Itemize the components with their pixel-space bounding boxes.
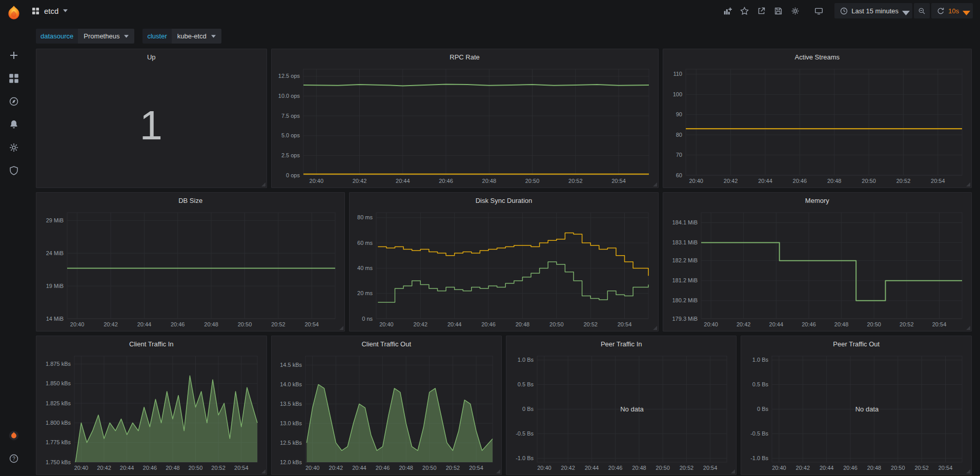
time-range-caret-down-icon <box>902 9 907 12</box>
svg-text:182.2 MiB: 182.2 MiB <box>672 257 698 263</box>
star-dashboard-button[interactable] <box>737 3 752 18</box>
panel-peer-traffic-out: Peer Traffic Out -1.0 Bs-0.5 Bs0 Bs0.5 B… <box>741 336 972 475</box>
svg-text:20 ms: 20 ms <box>357 290 373 296</box>
svg-text:20:44: 20:44 <box>352 465 366 471</box>
save-dashboard-button[interactable] <box>770 3 786 18</box>
variable-cluster-value[interactable]: kube-etcd <box>172 29 221 44</box>
peer-traffic-in-chart[interactable]: -1.0 Bs-0.5 Bs0 Bs0.5 Bs1.0 Bs20:4020:42… <box>508 351 734 473</box>
svg-text:?: ? <box>12 456 15 461</box>
variable-datasource-value[interactable]: Prometheus <box>78 29 134 44</box>
clock-icon <box>840 7 848 15</box>
svg-text:5.0 ops: 5.0 ops <box>281 132 300 138</box>
svg-text:20:44: 20:44 <box>447 321 462 327</box>
db-size-chart[interactable]: 14 MiB19 MiB24 MiB29 MiB20:4020:4220:442… <box>38 208 342 330</box>
svg-text:20:50: 20:50 <box>891 465 906 471</box>
svg-text:-1.0 Bs: -1.0 Bs <box>516 455 534 461</box>
svg-text:19 MiB: 19 MiB <box>46 283 64 289</box>
panel-peer-traffic-in-title[interactable]: Peer Traffic In <box>506 336 736 350</box>
svg-text:20:48: 20:48 <box>632 465 646 471</box>
svg-text:181.2 MiB: 181.2 MiB <box>672 277 698 283</box>
svg-text:20:48: 20:48 <box>867 465 882 471</box>
svg-text:1.0 Bs: 1.0 Bs <box>518 357 534 363</box>
refresh-picker[interactable]: 10s <box>931 3 973 18</box>
svg-text:20:40: 20:40 <box>70 321 85 327</box>
title-caret-down-icon <box>63 9 68 12</box>
panel-disk-sync-duration: Disk Sync Duration 0 ns20 ms40 ms60 ms80… <box>349 192 658 332</box>
svg-text:80 ms: 80 ms <box>357 214 373 220</box>
active-streams-chart[interactable]: 6070809010011020:4020:4220:4420:4620:482… <box>665 64 969 187</box>
svg-text:20:54: 20:54 <box>469 465 483 471</box>
peer-traffic-out-chart[interactable]: -1.0 Bs-0.5 Bs0 Bs0.5 Bs1.0 Bs20:4020:42… <box>743 351 969 473</box>
panel-grid: Up 1 RPC Rate 0 ops2.5 ops5.0 ops7.5 ops… <box>36 49 972 475</box>
svg-text:20:44: 20:44 <box>137 321 152 327</box>
svg-text:0 Bs: 0 Bs <box>522 406 534 412</box>
svg-text:60: 60 <box>676 172 682 178</box>
alerting-bell-icon[interactable] <box>0 113 28 136</box>
svg-text:20:50: 20:50 <box>189 465 203 471</box>
zoom-out-button[interactable] <box>914 3 930 18</box>
svg-text:20:50: 20:50 <box>656 465 670 471</box>
panel-up-title[interactable]: Up <box>36 49 267 63</box>
grafana-logo-icon[interactable] <box>5 5 23 22</box>
svg-text:20:42: 20:42 <box>723 178 738 184</box>
svg-text:No data: No data <box>620 405 644 413</box>
configuration-gear-icon[interactable] <box>0 136 28 159</box>
svg-text:20:54: 20:54 <box>611 178 626 184</box>
svg-text:20:52: 20:52 <box>915 465 929 471</box>
svg-text:20:52: 20:52 <box>680 465 694 471</box>
svg-text:20:46: 20:46 <box>802 321 816 327</box>
svg-text:20:52: 20:52 <box>271 321 285 327</box>
panel-peer-traffic-out-title[interactable]: Peer Traffic Out <box>741 336 971 350</box>
share-dashboard-button[interactable] <box>753 3 769 18</box>
grafana-app: ? etcd <box>0 0 980 476</box>
svg-text:20:42: 20:42 <box>97 465 111 471</box>
panel-rpc-rate-title[interactable]: RPC Rate <box>272 49 658 63</box>
svg-text:40 ms: 40 ms <box>357 265 373 271</box>
svg-text:0 ns: 0 ns <box>362 316 373 322</box>
svg-text:20:46: 20:46 <box>171 321 185 327</box>
rpc-rate-chart[interactable]: 0 ops2.5 ops5.0 ops7.5 ops10.0 ops12.5 o… <box>274 64 656 187</box>
panel-up: Up 1 <box>36 49 267 188</box>
create-plus-icon[interactable] <box>0 44 28 67</box>
variable-cluster-current: kube-etcd <box>177 32 207 40</box>
panel-active-streams-title[interactable]: Active Streams <box>663 49 971 63</box>
help-icon[interactable]: ? <box>0 447 28 470</box>
panel-disk-sync-duration-title[interactable]: Disk Sync Duration <box>350 193 658 206</box>
top-navbar: etcd <box>28 0 980 22</box>
panel-db-size-title[interactable]: DB Size <box>36 193 344 206</box>
svg-text:0 Bs: 0 Bs <box>757 406 769 412</box>
svg-text:1.800 kBs: 1.800 kBs <box>46 420 71 426</box>
user-avatar[interactable] <box>0 424 28 447</box>
client-traffic-in-chart[interactable]: 1.750 kBs1.775 kBs1.800 kBs1.825 kBs1.85… <box>38 351 264 473</box>
explore-compass-icon[interactable] <box>0 90 28 113</box>
svg-text:20:50: 20:50 <box>525 178 539 184</box>
svg-text:24 MiB: 24 MiB <box>46 250 64 256</box>
svg-text:7.5 ops: 7.5 ops <box>281 113 300 119</box>
svg-text:20:50: 20:50 <box>862 178 876 184</box>
disk-sync-duration-chart[interactable]: 0 ns20 ms40 ms60 ms80 ms20:4020:4220:442… <box>352 208 656 330</box>
add-panel-button[interactable] <box>720 3 735 18</box>
variable-datasource-label: datasource <box>36 29 78 44</box>
dashboard-settings-button[interactable] <box>787 3 803 18</box>
svg-text:1.850 kBs: 1.850 kBs <box>46 380 71 386</box>
panel-client-traffic-out-title[interactable]: Client Traffic Out <box>272 336 502 350</box>
svg-text:20:42: 20:42 <box>329 465 343 471</box>
svg-text:20:54: 20:54 <box>304 321 319 327</box>
cycle-view-tv-button[interactable] <box>811 3 826 18</box>
sidebar: ? <box>0 0 28 476</box>
memory-chart[interactable]: 179.3 MiB180.2 MiB181.2 MiB182.2 MiB183.… <box>665 208 969 330</box>
time-range-picker[interactable]: Last 15 minutes <box>834 3 912 18</box>
dashboards-icon[interactable] <box>0 67 28 90</box>
svg-text:20:52: 20:52 <box>896 178 910 184</box>
panel-memory-title[interactable]: Memory <box>663 193 971 206</box>
variable-datasource[interactable]: datasource Prometheus <box>36 29 134 44</box>
panel-client-traffic-in-title[interactable]: Client Traffic In <box>36 336 267 350</box>
svg-text:-0.5 Bs: -0.5 Bs <box>516 430 534 437</box>
server-admin-shield-icon[interactable] <box>0 159 28 182</box>
client-traffic-out-chart[interactable]: 12.0 kBs12.5 kBs13.0 kBs13.5 kBs14.0 kBs… <box>274 351 500 473</box>
variable-cluster[interactable]: cluster kube-etcd <box>142 29 221 44</box>
dashboard-title-button[interactable]: etcd <box>32 7 68 15</box>
svg-text:20:48: 20:48 <box>516 321 530 327</box>
svg-text:20:48: 20:48 <box>204 321 218 327</box>
svg-text:20:42: 20:42 <box>414 321 428 327</box>
